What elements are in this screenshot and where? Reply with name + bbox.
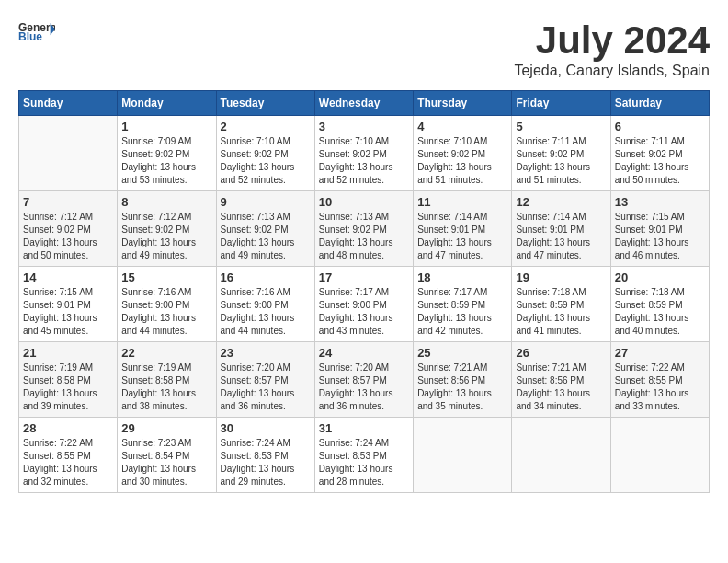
day-info: Sunrise: 7:10 AM Sunset: 9:02 PM Dayligh… [319,135,409,187]
column-header-tuesday: Tuesday [216,91,314,116]
calendar-cell: 30Sunrise: 7:24 AM Sunset: 8:53 PM Dayli… [216,418,314,493]
day-info: Sunrise: 7:12 AM Sunset: 9:02 PM Dayligh… [121,211,211,262]
calendar-cell: 18Sunrise: 7:17 AM Sunset: 8:59 PM Dayli… [414,267,512,342]
column-header-saturday: Saturday [610,91,709,116]
calendar-week-row: 14Sunrise: 7:15 AM Sunset: 9:01 PM Dayli… [19,267,710,342]
day-info: Sunrise: 7:21 AM Sunset: 8:56 PM Dayligh… [417,362,507,413]
calendar-cell: 11Sunrise: 7:14 AM Sunset: 9:01 PM Dayli… [414,191,512,267]
column-header-sunday: Sunday [19,91,118,116]
day-info: Sunrise: 7:12 AM Sunset: 9:02 PM Dayligh… [23,211,113,262]
calendar-cell: 15Sunrise: 7:16 AM Sunset: 9:00 PM Dayli… [118,267,216,342]
calendar-cell: 31Sunrise: 7:24 AM Sunset: 8:53 PM Dayli… [314,418,413,493]
calendar-cell: 7Sunrise: 7:12 AM Sunset: 9:02 PM Daylig… [19,191,118,267]
day-number: 3 [319,120,409,133]
day-info: Sunrise: 7:22 AM Sunset: 8:55 PM Dayligh… [615,362,705,413]
calendar-cell: 29Sunrise: 7:23 AM Sunset: 8:54 PM Dayli… [118,418,216,493]
svg-text:Blue: Blue [18,30,42,43]
logo-icon: General Blue [18,18,55,46]
day-info: Sunrise: 7:21 AM Sunset: 8:56 PM Dayligh… [516,362,606,413]
title-area: July 2024 Tejeda, Canary Islands, Spain [514,18,710,79]
day-info: Sunrise: 7:13 AM Sunset: 9:02 PM Dayligh… [221,211,311,262]
day-number: 22 [121,346,211,360]
day-number: 14 [23,270,113,284]
column-header-thursday: Thursday [414,91,512,116]
calendar-cell: 1Sunrise: 7:09 AM Sunset: 9:02 PM Daylig… [118,116,216,191]
calendar-cell: 19Sunrise: 7:18 AM Sunset: 8:59 PM Dayli… [512,267,610,342]
day-number: 9 [221,195,311,209]
day-info: Sunrise: 7:09 AM Sunset: 9:02 PM Dayligh… [121,135,211,187]
calendar-cell [512,418,610,493]
calendar-body: 1Sunrise: 7:09 AM Sunset: 9:02 PM Daylig… [19,116,710,493]
calendar-cell: 14Sunrise: 7:15 AM Sunset: 9:01 PM Dayli… [19,267,118,342]
day-number: 24 [319,346,409,360]
day-info: Sunrise: 7:15 AM Sunset: 9:01 PM Dayligh… [23,286,113,338]
day-number: 8 [121,195,211,209]
calendar-cell: 2Sunrise: 7:10 AM Sunset: 9:02 PM Daylig… [216,116,314,191]
column-header-wednesday: Wednesday [314,91,413,116]
day-info: Sunrise: 7:18 AM Sunset: 8:59 PM Dayligh… [516,286,606,338]
day-info: Sunrise: 7:16 AM Sunset: 9:00 PM Dayligh… [221,286,311,338]
day-info: Sunrise: 7:10 AM Sunset: 9:02 PM Dayligh… [417,135,507,187]
day-number: 30 [221,421,311,435]
day-number: 11 [417,195,507,209]
day-info: Sunrise: 7:17 AM Sunset: 9:00 PM Dayligh… [319,286,409,338]
day-number: 20 [615,270,705,284]
calendar-cell: 20Sunrise: 7:18 AM Sunset: 8:59 PM Dayli… [610,267,709,342]
day-number: 27 [615,346,705,360]
day-number: 7 [23,195,113,209]
calendar-cell: 16Sunrise: 7:16 AM Sunset: 9:00 PM Dayli… [216,267,314,342]
calendar-header-row: SundayMondayTuesdayWednesdayThursdayFrid… [19,91,710,116]
day-number: 1 [121,120,211,133]
day-info: Sunrise: 7:15 AM Sunset: 9:01 PM Dayligh… [615,211,705,262]
calendar-cell: 21Sunrise: 7:19 AM Sunset: 8:58 PM Dayli… [19,342,118,418]
subtitle: Tejeda, Canary Islands, Spain [514,63,710,79]
calendar-week-row: 7Sunrise: 7:12 AM Sunset: 9:02 PM Daylig… [19,191,710,267]
day-info: Sunrise: 7:13 AM Sunset: 9:02 PM Dayligh… [319,211,409,262]
day-number: 16 [221,270,311,284]
day-number: 25 [417,346,507,360]
calendar-cell: 3Sunrise: 7:10 AM Sunset: 9:02 PM Daylig… [314,116,413,191]
day-info: Sunrise: 7:11 AM Sunset: 9:02 PM Dayligh… [516,135,606,187]
day-info: Sunrise: 7:20 AM Sunset: 8:57 PM Dayligh… [221,362,311,413]
calendar-cell: 6Sunrise: 7:11 AM Sunset: 9:02 PM Daylig… [610,116,709,191]
calendar-cell: 9Sunrise: 7:13 AM Sunset: 9:02 PM Daylig… [216,191,314,267]
calendar-cell: 12Sunrise: 7:14 AM Sunset: 9:01 PM Dayli… [512,191,610,267]
calendar-cell: 8Sunrise: 7:12 AM Sunset: 9:02 PM Daylig… [118,191,216,267]
day-info: Sunrise: 7:14 AM Sunset: 9:01 PM Dayligh… [516,211,606,262]
day-number: 31 [319,421,409,435]
calendar-cell [414,418,512,493]
day-info: Sunrise: 7:24 AM Sunset: 8:53 PM Dayligh… [319,437,409,488]
day-info: Sunrise: 7:14 AM Sunset: 9:01 PM Dayligh… [417,211,507,262]
day-number: 5 [516,120,606,133]
column-header-friday: Friday [512,91,610,116]
calendar-cell: 4Sunrise: 7:10 AM Sunset: 9:02 PM Daylig… [414,116,512,191]
day-number: 21 [23,346,113,360]
calendar-cell: 17Sunrise: 7:17 AM Sunset: 9:00 PM Dayli… [314,267,413,342]
calendar-cell [610,418,709,493]
day-number: 28 [23,421,113,435]
day-number: 2 [221,120,311,133]
day-number: 6 [615,120,705,133]
day-number: 12 [516,195,606,209]
day-info: Sunrise: 7:18 AM Sunset: 8:59 PM Dayligh… [615,286,705,338]
calendar-cell: 26Sunrise: 7:21 AM Sunset: 8:56 PM Dayli… [512,342,610,418]
calendar-week-row: 28Sunrise: 7:22 AM Sunset: 8:55 PM Dayli… [19,418,710,493]
day-number: 18 [417,270,507,284]
day-info: Sunrise: 7:19 AM Sunset: 8:58 PM Dayligh… [121,362,211,413]
calendar-cell: 22Sunrise: 7:19 AM Sunset: 8:58 PM Dayli… [118,342,216,418]
day-info: Sunrise: 7:23 AM Sunset: 8:54 PM Dayligh… [121,437,211,488]
day-info: Sunrise: 7:24 AM Sunset: 8:53 PM Dayligh… [221,437,311,488]
calendar-table: SundayMondayTuesdayWednesdayThursdayFrid… [18,90,710,493]
day-number: 29 [121,421,211,435]
day-number: 23 [221,346,311,360]
month-title: July 2024 [514,18,710,63]
day-info: Sunrise: 7:10 AM Sunset: 9:02 PM Dayligh… [221,135,311,187]
logo: General Blue [18,18,55,46]
calendar-week-row: 1Sunrise: 7:09 AM Sunset: 9:02 PM Daylig… [19,116,710,191]
day-info: Sunrise: 7:20 AM Sunset: 8:57 PM Dayligh… [319,362,409,413]
day-info: Sunrise: 7:17 AM Sunset: 8:59 PM Dayligh… [417,286,507,338]
calendar-cell: 10Sunrise: 7:13 AM Sunset: 9:02 PM Dayli… [314,191,413,267]
calendar-cell: 5Sunrise: 7:11 AM Sunset: 9:02 PM Daylig… [512,116,610,191]
day-info: Sunrise: 7:11 AM Sunset: 9:02 PM Dayligh… [615,135,705,187]
day-number: 4 [417,120,507,133]
